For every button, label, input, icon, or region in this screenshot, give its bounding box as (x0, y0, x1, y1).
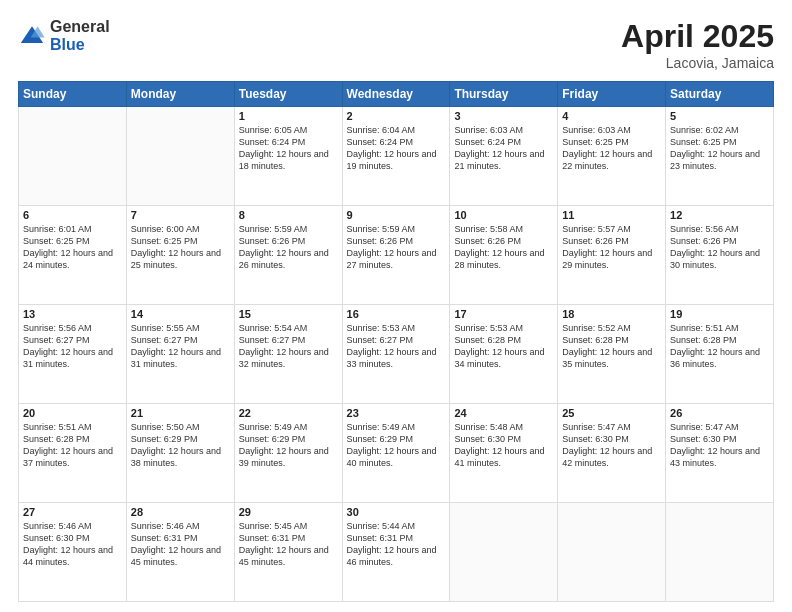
calendar-cell: 27Sunrise: 5:46 AM Sunset: 6:30 PM Dayli… (19, 503, 127, 602)
calendar-cell (450, 503, 558, 602)
day-info: Sunrise: 5:57 AM Sunset: 6:26 PM Dayligh… (562, 223, 661, 272)
day-info: Sunrise: 5:47 AM Sunset: 6:30 PM Dayligh… (670, 421, 769, 470)
calendar-cell: 4Sunrise: 6:03 AM Sunset: 6:25 PM Daylig… (558, 107, 666, 206)
day-info: Sunrise: 5:58 AM Sunset: 6:26 PM Dayligh… (454, 223, 553, 272)
weekday-header: Sunday (19, 82, 127, 107)
day-number: 26 (670, 407, 769, 419)
day-number: 8 (239, 209, 338, 221)
day-info: Sunrise: 5:47 AM Sunset: 6:30 PM Dayligh… (562, 421, 661, 470)
calendar-week-row: 27Sunrise: 5:46 AM Sunset: 6:30 PM Dayli… (19, 503, 774, 602)
day-info: Sunrise: 5:49 AM Sunset: 6:29 PM Dayligh… (347, 421, 446, 470)
day-number: 5 (670, 110, 769, 122)
day-info: Sunrise: 5:49 AM Sunset: 6:29 PM Dayligh… (239, 421, 338, 470)
calendar-cell: 7Sunrise: 6:00 AM Sunset: 6:25 PM Daylig… (126, 206, 234, 305)
day-number: 4 (562, 110, 661, 122)
day-number: 21 (131, 407, 230, 419)
calendar-cell: 19Sunrise: 5:51 AM Sunset: 6:28 PM Dayli… (666, 305, 774, 404)
day-info: Sunrise: 5:51 AM Sunset: 6:28 PM Dayligh… (23, 421, 122, 470)
day-info: Sunrise: 6:00 AM Sunset: 6:25 PM Dayligh… (131, 223, 230, 272)
logo-icon (18, 22, 46, 50)
weekday-header: Wednesday (342, 82, 450, 107)
day-number: 13 (23, 308, 122, 320)
day-number: 24 (454, 407, 553, 419)
day-number: 16 (347, 308, 446, 320)
calendar-week-row: 13Sunrise: 5:56 AM Sunset: 6:27 PM Dayli… (19, 305, 774, 404)
calendar-cell: 6Sunrise: 6:01 AM Sunset: 6:25 PM Daylig… (19, 206, 127, 305)
calendar-cell: 25Sunrise: 5:47 AM Sunset: 6:30 PM Dayli… (558, 404, 666, 503)
calendar-cell: 1Sunrise: 6:05 AM Sunset: 6:24 PM Daylig… (234, 107, 342, 206)
day-info: Sunrise: 5:59 AM Sunset: 6:26 PM Dayligh… (347, 223, 446, 272)
day-info: Sunrise: 5:46 AM Sunset: 6:31 PM Dayligh… (131, 520, 230, 569)
day-number: 11 (562, 209, 661, 221)
calendar-week-row: 1Sunrise: 6:05 AM Sunset: 6:24 PM Daylig… (19, 107, 774, 206)
day-number: 22 (239, 407, 338, 419)
calendar-cell (19, 107, 127, 206)
day-info: Sunrise: 5:54 AM Sunset: 6:27 PM Dayligh… (239, 322, 338, 371)
logo: General Blue (18, 18, 110, 53)
weekday-header: Thursday (450, 82, 558, 107)
calendar-cell: 24Sunrise: 5:48 AM Sunset: 6:30 PM Dayli… (450, 404, 558, 503)
weekday-header: Tuesday (234, 82, 342, 107)
calendar-cell: 17Sunrise: 5:53 AM Sunset: 6:28 PM Dayli… (450, 305, 558, 404)
weekday-header: Saturday (666, 82, 774, 107)
calendar-cell: 21Sunrise: 5:50 AM Sunset: 6:29 PM Dayli… (126, 404, 234, 503)
day-info: Sunrise: 5:44 AM Sunset: 6:31 PM Dayligh… (347, 520, 446, 569)
day-number: 17 (454, 308, 553, 320)
calendar-table: SundayMondayTuesdayWednesdayThursdayFrid… (18, 81, 774, 602)
day-number: 6 (23, 209, 122, 221)
calendar-cell: 18Sunrise: 5:52 AM Sunset: 6:28 PM Dayli… (558, 305, 666, 404)
calendar-cell: 11Sunrise: 5:57 AM Sunset: 6:26 PM Dayli… (558, 206, 666, 305)
calendar-cell (666, 503, 774, 602)
day-number: 10 (454, 209, 553, 221)
day-info: Sunrise: 5:46 AM Sunset: 6:30 PM Dayligh… (23, 520, 122, 569)
calendar-cell: 15Sunrise: 5:54 AM Sunset: 6:27 PM Dayli… (234, 305, 342, 404)
day-info: Sunrise: 5:50 AM Sunset: 6:29 PM Dayligh… (131, 421, 230, 470)
calendar-cell: 3Sunrise: 6:03 AM Sunset: 6:24 PM Daylig… (450, 107, 558, 206)
calendar-cell: 30Sunrise: 5:44 AM Sunset: 6:31 PM Dayli… (342, 503, 450, 602)
day-number: 12 (670, 209, 769, 221)
calendar-header-row: SundayMondayTuesdayWednesdayThursdayFrid… (19, 82, 774, 107)
calendar-cell (126, 107, 234, 206)
logo-blue-text: Blue (50, 36, 110, 54)
calendar-cell: 14Sunrise: 5:55 AM Sunset: 6:27 PM Dayli… (126, 305, 234, 404)
calendar-cell: 29Sunrise: 5:45 AM Sunset: 6:31 PM Dayli… (234, 503, 342, 602)
page-header: General Blue April 2025 Lacovia, Jamaica (18, 18, 774, 71)
day-number: 20 (23, 407, 122, 419)
day-info: Sunrise: 5:55 AM Sunset: 6:27 PM Dayligh… (131, 322, 230, 371)
logo-general-text: General (50, 18, 110, 36)
day-info: Sunrise: 5:53 AM Sunset: 6:27 PM Dayligh… (347, 322, 446, 371)
day-number: 2 (347, 110, 446, 122)
calendar-cell: 22Sunrise: 5:49 AM Sunset: 6:29 PM Dayli… (234, 404, 342, 503)
day-number: 23 (347, 407, 446, 419)
title-block: April 2025 Lacovia, Jamaica (621, 18, 774, 71)
calendar-cell: 23Sunrise: 5:49 AM Sunset: 6:29 PM Dayli… (342, 404, 450, 503)
calendar-location: Lacovia, Jamaica (621, 55, 774, 71)
calendar-cell: 10Sunrise: 5:58 AM Sunset: 6:26 PM Dayli… (450, 206, 558, 305)
calendar-cell: 2Sunrise: 6:04 AM Sunset: 6:24 PM Daylig… (342, 107, 450, 206)
calendar-week-row: 6Sunrise: 6:01 AM Sunset: 6:25 PM Daylig… (19, 206, 774, 305)
day-number: 27 (23, 506, 122, 518)
calendar-cell: 5Sunrise: 6:02 AM Sunset: 6:25 PM Daylig… (666, 107, 774, 206)
day-number: 14 (131, 308, 230, 320)
day-number: 30 (347, 506, 446, 518)
day-info: Sunrise: 6:04 AM Sunset: 6:24 PM Dayligh… (347, 124, 446, 173)
calendar-title: April 2025 (621, 18, 774, 55)
calendar-cell: 12Sunrise: 5:56 AM Sunset: 6:26 PM Dayli… (666, 206, 774, 305)
calendar-week-row: 20Sunrise: 5:51 AM Sunset: 6:28 PM Dayli… (19, 404, 774, 503)
calendar-cell: 28Sunrise: 5:46 AM Sunset: 6:31 PM Dayli… (126, 503, 234, 602)
calendar-cell: 16Sunrise: 5:53 AM Sunset: 6:27 PM Dayli… (342, 305, 450, 404)
day-info: Sunrise: 6:03 AM Sunset: 6:25 PM Dayligh… (562, 124, 661, 173)
day-info: Sunrise: 6:02 AM Sunset: 6:25 PM Dayligh… (670, 124, 769, 173)
day-info: Sunrise: 5:52 AM Sunset: 6:28 PM Dayligh… (562, 322, 661, 371)
day-info: Sunrise: 5:56 AM Sunset: 6:27 PM Dayligh… (23, 322, 122, 371)
day-info: Sunrise: 5:45 AM Sunset: 6:31 PM Dayligh… (239, 520, 338, 569)
day-info: Sunrise: 5:56 AM Sunset: 6:26 PM Dayligh… (670, 223, 769, 272)
day-info: Sunrise: 5:59 AM Sunset: 6:26 PM Dayligh… (239, 223, 338, 272)
weekday-header: Monday (126, 82, 234, 107)
day-info: Sunrise: 6:03 AM Sunset: 6:24 PM Dayligh… (454, 124, 553, 173)
day-info: Sunrise: 5:48 AM Sunset: 6:30 PM Dayligh… (454, 421, 553, 470)
day-number: 15 (239, 308, 338, 320)
day-info: Sunrise: 5:53 AM Sunset: 6:28 PM Dayligh… (454, 322, 553, 371)
day-number: 28 (131, 506, 230, 518)
day-number: 19 (670, 308, 769, 320)
